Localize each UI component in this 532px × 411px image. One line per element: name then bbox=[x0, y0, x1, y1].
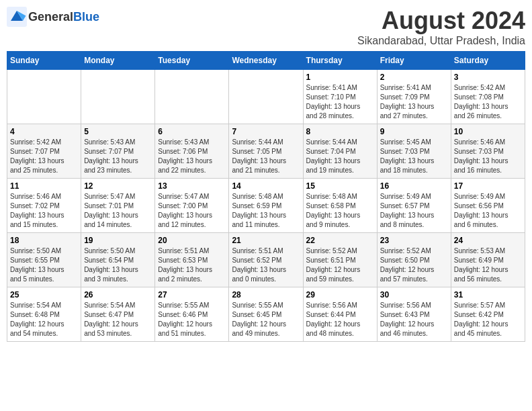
calendar-cell: 27Sunrise: 5:55 AM Sunset: 6:46 PM Dayli… bbox=[155, 287, 229, 342]
weekday-header-saturday: Saturday bbox=[451, 52, 525, 70]
day-info: Sunrise: 5:47 AM Sunset: 7:00 PM Dayligh… bbox=[158, 192, 226, 230]
calendar-cell: 28Sunrise: 5:55 AM Sunset: 6:45 PM Dayli… bbox=[229, 287, 303, 342]
day-number: 1 bbox=[306, 73, 374, 82]
calendar-cell: 15Sunrise: 5:48 AM Sunset: 6:58 PM Dayli… bbox=[303, 179, 377, 233]
day-info: Sunrise: 5:51 AM Sunset: 6:52 PM Dayligh… bbox=[232, 246, 300, 284]
weekday-header-row: SundayMondayTuesdayWednesdayThursdayFrid… bbox=[7, 52, 525, 70]
day-number: 19 bbox=[84, 236, 152, 245]
week-row-3: 11Sunrise: 5:46 AM Sunset: 7:02 PM Dayli… bbox=[7, 179, 525, 233]
logo-general-text: General bbox=[28, 10, 73, 24]
calendar-cell: 3Sunrise: 5:42 AM Sunset: 7:08 PM Daylig… bbox=[451, 70, 525, 124]
day-info: Sunrise: 5:57 AM Sunset: 6:42 PM Dayligh… bbox=[454, 301, 522, 338]
calendar-cell: 5Sunrise: 5:43 AM Sunset: 7:07 PM Daylig… bbox=[81, 124, 155, 179]
day-number: 30 bbox=[380, 290, 448, 300]
calendar-cell: 1Sunrise: 5:41 AM Sunset: 7:10 PM Daylig… bbox=[303, 70, 377, 124]
week-row-1: 1Sunrise: 5:41 AM Sunset: 7:10 PM Daylig… bbox=[7, 70, 525, 124]
day-number: 16 bbox=[380, 181, 448, 191]
day-info: Sunrise: 5:41 AM Sunset: 7:09 PM Dayligh… bbox=[380, 83, 448, 121]
day-number: 22 bbox=[306, 236, 374, 245]
day-number: 28 bbox=[232, 290, 300, 300]
week-row-5: 25Sunrise: 5:54 AM Sunset: 6:48 PM Dayli… bbox=[7, 287, 525, 342]
day-info: Sunrise: 5:44 AM Sunset: 7:05 PM Dayligh… bbox=[232, 138, 300, 175]
day-info: Sunrise: 5:49 AM Sunset: 6:56 PM Dayligh… bbox=[454, 192, 522, 230]
day-info: Sunrise: 5:42 AM Sunset: 7:08 PM Dayligh… bbox=[454, 83, 522, 121]
day-number: 5 bbox=[84, 127, 152, 136]
calendar-cell: 29Sunrise: 5:56 AM Sunset: 6:44 PM Dayli… bbox=[303, 287, 377, 342]
calendar-cell: 9Sunrise: 5:45 AM Sunset: 7:03 PM Daylig… bbox=[377, 124, 451, 179]
day-info: Sunrise: 5:54 AM Sunset: 6:48 PM Dayligh… bbox=[10, 301, 78, 338]
day-number: 13 bbox=[158, 181, 226, 191]
calendar-cell bbox=[229, 70, 303, 124]
calendar-cell bbox=[155, 70, 229, 124]
calendar-cell: 16Sunrise: 5:49 AM Sunset: 6:57 PM Dayli… bbox=[377, 179, 451, 233]
day-number: 17 bbox=[454, 181, 522, 191]
day-number: 8 bbox=[306, 127, 374, 136]
day-number: 25 bbox=[10, 290, 78, 300]
week-row-4: 18Sunrise: 5:50 AM Sunset: 6:55 PM Dayli… bbox=[7, 233, 525, 287]
day-number: 12 bbox=[84, 181, 152, 191]
day-info: Sunrise: 5:50 AM Sunset: 6:55 PM Dayligh… bbox=[10, 246, 78, 284]
calendar-cell: 14Sunrise: 5:48 AM Sunset: 6:59 PM Dayli… bbox=[229, 179, 303, 233]
calendar-cell: 4Sunrise: 5:42 AM Sunset: 7:07 PM Daylig… bbox=[7, 124, 81, 179]
day-number: 11 bbox=[10, 181, 78, 191]
calendar-cell: 10Sunrise: 5:46 AM Sunset: 7:03 PM Dayli… bbox=[451, 124, 525, 179]
day-number: 24 bbox=[454, 236, 522, 245]
calendar-cell bbox=[81, 70, 155, 124]
day-number: 7 bbox=[232, 127, 300, 136]
day-info: Sunrise: 5:56 AM Sunset: 6:43 PM Dayligh… bbox=[380, 301, 448, 338]
day-info: Sunrise: 5:51 AM Sunset: 6:53 PM Dayligh… bbox=[158, 246, 226, 284]
calendar-cell: 12Sunrise: 5:47 AM Sunset: 7:01 PM Dayli… bbox=[81, 179, 155, 233]
weekday-header-sunday: Sunday bbox=[7, 52, 81, 70]
day-info: Sunrise: 5:42 AM Sunset: 7:07 PM Dayligh… bbox=[10, 138, 78, 175]
calendar-cell: 7Sunrise: 5:44 AM Sunset: 7:05 PM Daylig… bbox=[229, 124, 303, 179]
day-number: 6 bbox=[158, 127, 226, 136]
weekday-header-tuesday: Tuesday bbox=[155, 52, 229, 70]
calendar-cell: 25Sunrise: 5:54 AM Sunset: 6:48 PM Dayli… bbox=[7, 287, 81, 342]
calendar-cell: 6Sunrise: 5:43 AM Sunset: 7:06 PM Daylig… bbox=[155, 124, 229, 179]
day-info: Sunrise: 5:49 AM Sunset: 6:57 PM Dayligh… bbox=[380, 192, 448, 230]
day-info: Sunrise: 5:41 AM Sunset: 7:10 PM Dayligh… bbox=[306, 83, 374, 121]
calendar-cell: 8Sunrise: 5:44 AM Sunset: 7:04 PM Daylig… bbox=[303, 124, 377, 179]
calendar-cell: 2Sunrise: 5:41 AM Sunset: 7:09 PM Daylig… bbox=[377, 70, 451, 124]
location-title: Sikandarabad, Uttar Pradesh, India bbox=[357, 35, 525, 47]
day-number: 26 bbox=[84, 290, 152, 300]
month-title: August 2024 bbox=[357, 7, 525, 35]
day-info: Sunrise: 5:47 AM Sunset: 7:01 PM Dayligh… bbox=[84, 192, 152, 230]
calendar-cell: 24Sunrise: 5:53 AM Sunset: 6:49 PM Dayli… bbox=[451, 233, 525, 287]
weekday-header-monday: Monday bbox=[81, 52, 155, 70]
day-number: 18 bbox=[10, 236, 78, 245]
day-info: Sunrise: 5:45 AM Sunset: 7:03 PM Dayligh… bbox=[380, 138, 448, 175]
day-info: Sunrise: 5:43 AM Sunset: 7:06 PM Dayligh… bbox=[158, 138, 226, 175]
calendar-table: SundayMondayTuesdayWednesdayThursdayFrid… bbox=[7, 51, 525, 342]
calendar-cell: 18Sunrise: 5:50 AM Sunset: 6:55 PM Dayli… bbox=[7, 233, 81, 287]
logo-icon bbox=[7, 7, 27, 27]
day-info: Sunrise: 5:48 AM Sunset: 6:59 PM Dayligh… bbox=[232, 192, 300, 230]
calendar-cell: 30Sunrise: 5:56 AM Sunset: 6:43 PM Dayli… bbox=[377, 287, 451, 342]
day-info: Sunrise: 5:44 AM Sunset: 7:04 PM Dayligh… bbox=[306, 138, 374, 175]
calendar-cell: 19Sunrise: 5:50 AM Sunset: 6:54 PM Dayli… bbox=[81, 233, 155, 287]
day-info: Sunrise: 5:56 AM Sunset: 6:44 PM Dayligh… bbox=[306, 301, 374, 338]
day-number: 31 bbox=[454, 290, 522, 300]
day-number: 27 bbox=[158, 290, 226, 300]
week-row-2: 4Sunrise: 5:42 AM Sunset: 7:07 PM Daylig… bbox=[7, 124, 525, 179]
calendar-cell: 20Sunrise: 5:51 AM Sunset: 6:53 PM Dayli… bbox=[155, 233, 229, 287]
day-number: 23 bbox=[380, 236, 448, 245]
day-info: Sunrise: 5:46 AM Sunset: 7:03 PM Dayligh… bbox=[454, 138, 522, 175]
title-area: August 2024 Sikandarabad, Uttar Pradesh,… bbox=[357, 7, 525, 47]
day-number: 29 bbox=[306, 290, 374, 300]
day-number: 14 bbox=[232, 181, 300, 191]
calendar-cell: 13Sunrise: 5:47 AM Sunset: 7:00 PM Dayli… bbox=[155, 179, 229, 233]
day-info: Sunrise: 5:52 AM Sunset: 6:50 PM Dayligh… bbox=[380, 246, 448, 284]
day-number: 10 bbox=[454, 127, 522, 136]
day-info: Sunrise: 5:50 AM Sunset: 6:54 PM Dayligh… bbox=[84, 246, 152, 284]
weekday-header-friday: Friday bbox=[377, 52, 451, 70]
day-number: 2 bbox=[380, 73, 448, 82]
day-info: Sunrise: 5:43 AM Sunset: 7:07 PM Dayligh… bbox=[84, 138, 152, 175]
day-number: 21 bbox=[232, 236, 300, 245]
calendar-cell: 11Sunrise: 5:46 AM Sunset: 7:02 PM Dayli… bbox=[7, 179, 81, 233]
logo: GeneralBlue bbox=[7, 7, 99, 27]
day-info: Sunrise: 5:53 AM Sunset: 6:49 PM Dayligh… bbox=[454, 246, 522, 284]
day-info: Sunrise: 5:55 AM Sunset: 6:46 PM Dayligh… bbox=[158, 301, 226, 338]
day-info: Sunrise: 5:46 AM Sunset: 7:02 PM Dayligh… bbox=[10, 192, 78, 230]
weekday-header-wednesday: Wednesday bbox=[229, 52, 303, 70]
